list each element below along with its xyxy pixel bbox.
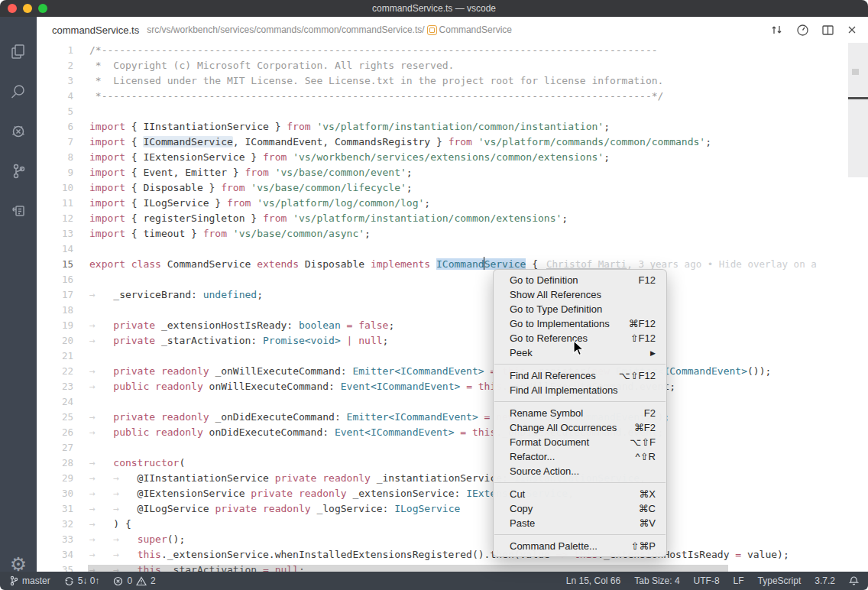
code-line[interactable]: 10import { Disposable } from 'vs/base/co… xyxy=(37,180,868,196)
menu-item-go-to-definition[interactable]: Go to DefinitionF12 xyxy=(494,273,666,287)
encoding[interactable]: UTF-8 xyxy=(694,575,720,586)
code-line[interactable]: 6import { IInstantiationService } from '… xyxy=(37,119,868,135)
breadcrumb-symbol[interactable]: CommandService xyxy=(439,24,512,35)
code-line[interactable]: 4 *-------------------------------------… xyxy=(37,89,868,104)
line-number: 6 xyxy=(37,119,73,135)
notifications-button[interactable] xyxy=(849,575,859,586)
sidebar-item-extensions[interactable] xyxy=(0,196,37,226)
menu-item-go-to-implementations[interactable]: Go to Implementations⌘F12 xyxy=(494,316,666,331)
line-number: 22 xyxy=(37,364,73,379)
code-line[interactable]: 21 xyxy=(37,348,868,364)
menu-item-copy[interactable]: Copy⌘C xyxy=(494,501,666,516)
line-number: 1 xyxy=(37,43,73,58)
zoom-window-button[interactable] xyxy=(38,4,47,13)
code-line[interactable]: 9import { Event, Emitter } from 'vs/base… xyxy=(37,165,868,180)
code-area[interactable]: 1/*-------------------------------------… xyxy=(37,43,868,572)
code-line[interactable]: 12import { registerSingleton } from 'vs/… xyxy=(37,211,868,226)
language-mode[interactable]: TypeScript xyxy=(758,575,802,586)
code-line[interactable]: 23→ public readonly onWillExecuteCommand… xyxy=(37,379,868,394)
code-line[interactable]: 27 xyxy=(37,440,868,455)
sidebar-item-search[interactable] xyxy=(0,76,37,107)
menu-item-show-all-references[interactable]: Show All References xyxy=(494,287,666,302)
code-line[interactable]: 7import { ICommandService, ICommandEvent… xyxy=(37,135,868,150)
close-icon[interactable] xyxy=(847,24,857,35)
menu-item-shortcut: ⇧F12 xyxy=(630,332,656,344)
sync-indicator[interactable]: 5↓ 0↑ xyxy=(64,575,100,586)
code-line[interactable]: 14 xyxy=(37,242,868,257)
menu-item-paste[interactable]: Paste⌘V xyxy=(494,516,666,530)
code-line[interactable]: 13import { timeout } from 'vs/base/commo… xyxy=(37,226,868,242)
minimize-window-button[interactable] xyxy=(23,4,32,13)
code-text: import { IExtensionService } from 'vs/wo… xyxy=(73,150,610,165)
code-line[interactable]: 20→ private _starActivation: Promise<voi… xyxy=(37,333,868,348)
menu-item-source-action[interactable]: Source Action... xyxy=(494,464,666,478)
code-line[interactable]: 25→ private readonly _onDidExecuteComman… xyxy=(37,410,868,425)
menu-item-format-document[interactable]: Format Document⌥⇧F xyxy=(494,435,666,449)
breadcrumb[interactable]: src/vs/workbench/services/commands/commo… xyxy=(147,24,512,35)
line-number: 19 xyxy=(37,318,73,333)
cursor-position[interactable]: Ln 15, Col 66 xyxy=(566,575,620,586)
code-line[interactable]: 5 xyxy=(37,104,868,119)
split-editor-icon[interactable] xyxy=(821,24,834,36)
line-number: 21 xyxy=(37,348,73,364)
tab-commandservice[interactable]: commandService.ts xyxy=(52,24,139,36)
menu-item-cut[interactable]: Cut⌘X xyxy=(494,487,666,501)
code-line[interactable]: 29→ → @IInstantiationService private rea… xyxy=(37,471,868,486)
menu-item-find-all-references[interactable]: Find All References⌥⇧F12 xyxy=(494,368,666,383)
menu-item-shortcut: ⌘C xyxy=(639,503,656,514)
menu-item-find-all-implementations[interactable]: Find All Implementations xyxy=(494,383,666,397)
code-line[interactable]: 3 * Licensed under the MIT License. See … xyxy=(37,73,868,89)
menu-separator xyxy=(494,534,666,535)
eol[interactable]: LF xyxy=(734,575,744,586)
code-line[interactable]: 8import { IExtensionService } from 'vs/w… xyxy=(37,150,868,165)
menu-item-rename-symbol[interactable]: Rename SymbolF2 xyxy=(494,406,666,420)
code-line[interactable]: 1/*-------------------------------------… xyxy=(37,43,868,58)
menu-item-refactor[interactable]: Refactor...^⇧R xyxy=(494,449,666,464)
menu-item-command-palette[interactable]: Command Palette...⇧⌘P xyxy=(494,539,666,553)
timeline-icon[interactable] xyxy=(796,24,809,37)
code-text xyxy=(73,272,89,287)
git-branch-icon xyxy=(9,575,18,586)
code-line[interactable]: 26→ public readonly onDidExecuteCommand:… xyxy=(37,425,868,440)
sidebar-item-explorer[interactable] xyxy=(0,37,37,67)
code-line[interactable]: 31→ → @ILogService private readonly _log… xyxy=(37,501,868,517)
code-line[interactable]: 30→ → @IExtensionService private readonl… xyxy=(37,486,868,501)
code-line[interactable]: 28→ constructor( xyxy=(37,455,868,471)
code-line[interactable]: 32→ ) { xyxy=(37,517,868,532)
menu-item-go-to-type-definition[interactable]: Go to Type Definition xyxy=(494,302,666,316)
line-number: 10 xyxy=(37,180,73,196)
code-line[interactable]: 11import { ILogService } from 'vs/platfo… xyxy=(37,196,868,211)
close-window-button[interactable] xyxy=(8,4,17,13)
mouse-cursor xyxy=(573,340,585,360)
code-line[interactable]: 33→ → super(); xyxy=(37,532,868,547)
code-line[interactable]: 18 xyxy=(37,303,868,318)
menu-item-shortcut: ⌥⇧F12 xyxy=(619,370,656,381)
blame-author-link[interactable]: Christof Marti xyxy=(546,258,627,270)
sidebar-item-source-control[interactable] xyxy=(0,156,37,186)
code-line[interactable]: 17→ _serviceBrand: undefined; xyxy=(37,287,868,303)
breadcrumb-path[interactable]: src/vs/workbench/services/commands/commo… xyxy=(147,24,424,35)
title-bar[interactable]: commandService.ts — vscode xyxy=(0,0,868,17)
line-number: 28 xyxy=(37,455,73,471)
status-left: master 5↓ 0↑ 0 2 xyxy=(9,575,156,586)
code-text xyxy=(73,348,89,364)
sidebar-item-debug[interactable] xyxy=(0,116,37,147)
code-text: → _serviceBrand: undefined; xyxy=(73,287,263,303)
code-line[interactable]: 2 * Copyright (c) Microsoft Corporation.… xyxy=(37,58,868,73)
line-number: 26 xyxy=(37,425,73,440)
branch-indicator[interactable]: master xyxy=(9,575,50,586)
code-line[interactable]: 24 xyxy=(37,394,868,410)
menu-item-change-all-occurrences[interactable]: Change All Occurrences⌘F2 xyxy=(494,420,666,435)
code-line[interactable]: 34→ → this._extensionService.whenInstall… xyxy=(37,547,868,562)
tab-size[interactable]: Tab Size: 4 xyxy=(634,575,679,586)
line-number: 29 xyxy=(37,471,73,486)
typescript-version[interactable]: 3.7.2 xyxy=(815,575,835,586)
horizontal-scrollbar[interactable] xyxy=(88,565,728,572)
code-line[interactable]: 22→ private readonly _onWillExecuteComma… xyxy=(37,364,868,379)
code-line[interactable]: 19→ private _extensionHostIsReady: boole… xyxy=(37,318,868,333)
code-text: * Licensed under the MIT License. See Li… xyxy=(73,73,663,89)
problems-indicator[interactable]: 0 2 xyxy=(113,575,155,586)
code-line[interactable]: 16 xyxy=(37,272,868,287)
open-changes-icon[interactable] xyxy=(770,24,784,36)
overview-ruler[interactable] xyxy=(848,43,868,177)
